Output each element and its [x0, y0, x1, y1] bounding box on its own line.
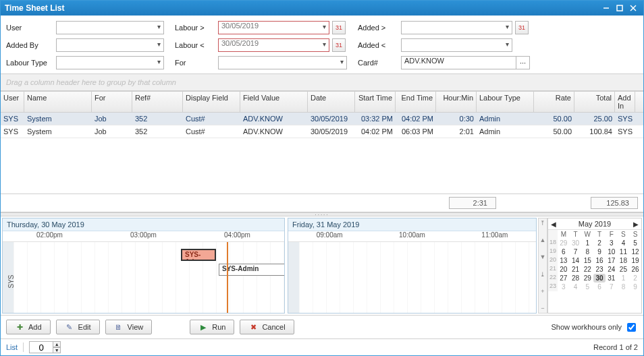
cancel-button[interactable]: ✖Cancel: [240, 320, 294, 334]
cal-next-icon[interactable]: ▶: [633, 220, 639, 228]
cal-day[interactable]: 25: [618, 265, 630, 274]
card-value[interactable]: ADV.KNOW: [401, 56, 516, 69]
cal-day[interactable]: 8: [581, 247, 593, 256]
spin-down-icon[interactable]: ▼: [53, 347, 61, 353]
spin-up-icon[interactable]: ▲: [53, 341, 61, 347]
list-index-input[interactable]: [29, 341, 53, 353]
cal-day[interactable]: 16: [593, 256, 606, 265]
cal-prev-icon[interactable]: ◀: [551, 220, 556, 228]
cal-day[interactable]: 22: [581, 265, 593, 274]
labour-lt-cal-icon[interactable]: 31: [332, 38, 346, 52]
table-row[interactable]: SYSSystemJob352Cust#ADV.KNOW30/05/201903…: [1, 113, 643, 125]
added-gt-input[interactable]: [401, 21, 512, 34]
col-labourtype[interactable]: Labour Type: [477, 92, 534, 112]
grid-header[interactable]: User Name For Ref# Display Field Field V…: [1, 92, 643, 113]
cal-day[interactable]: 18: [618, 256, 630, 265]
card-lookup-button[interactable]: ···: [516, 56, 530, 69]
cal-day[interactable]: 2: [629, 274, 641, 283]
col-end[interactable]: End Time: [396, 92, 436, 112]
cal-day[interactable]: 24: [606, 265, 618, 274]
cal-day[interactable]: 26: [629, 265, 641, 274]
timeline-day-2[interactable]: Friday, 31 May 2019 09:00am 10:00am 11:0…: [288, 218, 537, 314]
timeline-body[interactable]: SYS SYS-Ad... SYS-Admin: [3, 242, 284, 313]
col-hours[interactable]: Hour:Min: [436, 92, 477, 112]
cal-day[interactable]: 7: [570, 247, 582, 256]
cal-day[interactable]: 6: [593, 283, 606, 291]
col-fieldvalue[interactable]: Field Value: [240, 92, 308, 112]
col-display[interactable]: Display Field: [183, 92, 240, 112]
col-user[interactable]: User: [1, 92, 24, 112]
cal-day[interactable]: 12: [629, 247, 641, 256]
cal-day[interactable]: 21: [570, 265, 582, 274]
minimize-icon[interactable]: [600, 3, 612, 13]
cal-day[interactable]: 30: [593, 274, 606, 283]
cal-day[interactable]: 15: [581, 256, 593, 265]
col-total[interactable]: Total: [574, 92, 615, 112]
labourtype-combo[interactable]: [56, 56, 164, 69]
cal-day[interactable]: 3: [558, 283, 570, 291]
show-workhours-checkbox[interactable]: Show workhours only: [551, 321, 638, 334]
cal-day[interactable]: 8: [618, 283, 630, 291]
group-by-hint[interactable]: Drag a column header here to group by th…: [1, 73, 643, 91]
cal-day[interactable]: 23: [593, 265, 606, 274]
close-icon[interactable]: [627, 3, 639, 13]
cal-day[interactable]: 14: [570, 256, 582, 265]
cal-day[interactable]: 13: [558, 256, 570, 265]
cal-day[interactable]: 10: [606, 247, 618, 256]
cal-day[interactable]: 2: [593, 239, 606, 247]
add-button[interactable]: ✚Add: [6, 320, 51, 334]
cal-day[interactable]: 3: [606, 239, 618, 247]
col-name[interactable]: Name: [24, 92, 92, 112]
cal-day[interactable]: 30: [570, 239, 582, 247]
workhours-check[interactable]: [627, 323, 636, 332]
cal-day[interactable]: 19: [629, 256, 641, 265]
zoom-in-icon[interactable]: +: [541, 288, 544, 295]
cal-day[interactable]: 4: [618, 239, 630, 247]
col-for[interactable]: For: [92, 92, 132, 112]
cal-day[interactable]: 11: [618, 247, 630, 256]
run-button[interactable]: ▶Run: [190, 320, 234, 334]
card-field[interactable]: ADV.KNOW ···: [401, 56, 530, 69]
added-gt-cal-icon[interactable]: 31: [515, 21, 529, 34]
timeline-day-1[interactable]: Thursday, 30 May 2019 02:00pm 03:00pm 04…: [2, 218, 285, 314]
status-list[interactable]: List: [6, 343, 18, 351]
cal-day[interactable]: 5: [629, 239, 641, 247]
timeline-block-2[interactable]: SYS-Admin: [219, 264, 285, 276]
zoom-out-icon[interactable]: −: [541, 305, 544, 312]
cal-day[interactable]: 20: [558, 265, 570, 274]
cal-day[interactable]: 31: [606, 274, 618, 283]
cal-day[interactable]: 1: [581, 239, 593, 247]
cal-day[interactable]: 6: [558, 247, 570, 256]
cal-day[interactable]: 27: [558, 274, 570, 283]
cal-day[interactable]: 17: [606, 256, 618, 265]
cal-day[interactable]: 28: [570, 274, 582, 283]
cal-day[interactable]: 29: [581, 274, 593, 283]
cal-day[interactable]: 5: [581, 283, 593, 291]
labour-lt-input[interactable]: 30/05/2019: [218, 38, 329, 52]
addedby-combo[interactable]: [56, 38, 164, 52]
timeline-block-1[interactable]: SYS-Ad...: [181, 249, 216, 261]
col-ref[interactable]: Ref#: [132, 92, 183, 112]
labour-gt-cal-icon[interactable]: 31: [332, 21, 346, 34]
col-addin[interactable]: Add In: [615, 92, 635, 112]
month-calendar[interactable]: ◀ May 2019 ▶ MTWTFSS18293012345196789101…: [547, 218, 642, 314]
col-rate[interactable]: Rate: [534, 92, 574, 112]
added-lt-input[interactable]: [401, 38, 512, 52]
col-date[interactable]: Date: [308, 92, 355, 112]
user-combo[interactable]: [56, 21, 164, 34]
cal-day[interactable]: 9: [629, 283, 641, 291]
cal-day[interactable]: 7: [606, 283, 618, 291]
view-button[interactable]: 🗎View: [105, 320, 153, 334]
maximize-icon[interactable]: [614, 3, 626, 13]
timeline-body-2[interactable]: [288, 242, 536, 313]
nav-top-icon[interactable]: ⤒: [540, 220, 545, 227]
edit-button[interactable]: ✎Edit: [56, 320, 100, 334]
nav-up-icon[interactable]: ▲: [540, 237, 546, 243]
nav-down-icon[interactable]: ▼: [540, 254, 546, 260]
for-combo[interactable]: [218, 56, 347, 69]
cal-day[interactable]: 1: [618, 274, 630, 283]
nav-bottom-icon[interactable]: ⤓: [540, 271, 545, 278]
table-row[interactable]: SYSSystemJob352Cust#ADV.KNOW30/05/201904…: [1, 125, 643, 138]
cal-day[interactable]: 29: [558, 239, 570, 247]
col-start[interactable]: Start Time: [355, 92, 396, 112]
